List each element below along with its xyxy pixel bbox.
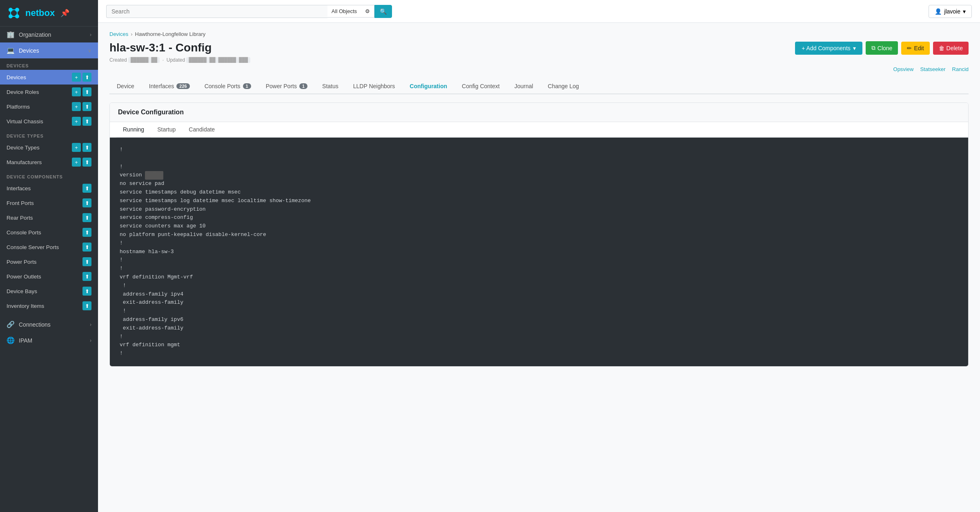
- sidebar-item-device-bays[interactable]: Device Bays ⬆: [0, 284, 98, 298]
- page-external-links: Opsview Statseeker Rancid: [109, 66, 969, 72]
- device-roles-label: Device Roles: [7, 89, 39, 95]
- front-ports-import-btn[interactable]: ⬆: [82, 198, 91, 207]
- breadcrumb-sep-1: ›: [131, 31, 132, 37]
- rear-ports-import-btn[interactable]: ⬆: [82, 213, 91, 222]
- page-title: hla-sw-3:1 - Config: [109, 41, 212, 54]
- opsview-link[interactable]: Opsview: [893, 66, 914, 72]
- tabs-bar: Device Interfaces 226 Console Ports 1 Po…: [109, 79, 969, 94]
- device-types-add-btn[interactable]: +: [72, 143, 81, 152]
- devices-item-label: Devices: [7, 74, 26, 80]
- virtual-chassis-import-btn[interactable]: ⬆: [82, 117, 91, 126]
- tab-status[interactable]: Status: [315, 79, 346, 94]
- config-card-header: Device Configuration: [110, 103, 968, 122]
- device-bays-import-btn[interactable]: ⬆: [82, 287, 91, 296]
- sidebar-logo-text: netbox: [25, 8, 55, 18]
- tab-device[interactable]: Device: [109, 79, 142, 94]
- sidebar-item-organization[interactable]: 🏢 Organization ›: [0, 27, 98, 42]
- device-roles-import-btn[interactable]: ⬆: [82, 87, 91, 96]
- sidebar-item-rear-ports[interactable]: Rear Ports ⬆: [0, 210, 98, 225]
- sidebar-item-power-outlets[interactable]: Power Outlets ⬆: [0, 269, 98, 284]
- ipam-label: IPAM: [19, 337, 32, 344]
- devices-nav-label: Devices: [19, 47, 39, 54]
- virtual-chassis-add-btn[interactable]: +: [72, 117, 81, 126]
- devices-import-btn[interactable]: ⬆: [82, 73, 91, 82]
- sidebar-item-power-ports[interactable]: Power Ports ⬆: [0, 254, 98, 269]
- config-tab-candidate[interactable]: Candidate: [182, 122, 221, 138]
- config-tab-running[interactable]: Running: [116, 122, 151, 138]
- netbox-logo-icon: [7, 6, 21, 20]
- user-icon: 👤: [935, 8, 942, 15]
- tab-power-ports[interactable]: Power Ports 1: [258, 79, 315, 94]
- tab-journal[interactable]: Journal: [507, 79, 541, 94]
- add-components-button[interactable]: + Add Components ▾: [795, 42, 862, 55]
- tab-config-context[interactable]: Config Context: [454, 79, 507, 94]
- manufacturers-label: Manufacturers: [7, 159, 42, 165]
- search-input[interactable]: [106, 5, 327, 18]
- tab-device-label: Device: [117, 83, 134, 89]
- tab-interfaces[interactable]: Interfaces 226: [142, 79, 197, 94]
- search-filter-button[interactable]: All Objects: [327, 5, 361, 18]
- tab-power-ports-label: Power Ports: [266, 83, 297, 89]
- sidebar-pin-icon: 📌: [60, 9, 69, 18]
- clone-button[interactable]: ⧉ Clone: [866, 41, 898, 55]
- config-tab-startup[interactable]: Startup: [151, 122, 182, 138]
- organization-chevron-icon: ›: [90, 32, 91, 38]
- updated-value: ██████ ██ ██████ ███: [186, 57, 250, 63]
- topbar: All Objects ⚙ 🔍 👤 jlavoie ▾: [98, 0, 980, 23]
- device-types-section-label: DEVICE TYPES: [0, 129, 98, 140]
- inventory-items-import-btn[interactable]: ⬆: [82, 301, 91, 310]
- sidebar-item-device-roles[interactable]: Device Roles + ⬆: [0, 85, 98, 99]
- device-roles-add-btn[interactable]: +: [72, 87, 81, 96]
- breadcrumb-devices-link[interactable]: Devices: [109, 31, 128, 37]
- tab-console-ports[interactable]: Console Ports 1: [197, 79, 258, 94]
- tab-configuration[interactable]: Configuration: [402, 79, 454, 94]
- tab-change-log-label: Change Log: [548, 83, 579, 89]
- sidebar-item-devices[interactable]: Devices + ⬆: [0, 70, 98, 85]
- sidebar-item-device-types[interactable]: Device Types + ⬆: [0, 140, 98, 155]
- sidebar-item-ipam[interactable]: 🌐 IPAM ›: [0, 332, 98, 348]
- main-content: All Objects ⚙ 🔍 👤 jlavoie ▾ Devices › Ha…: [98, 0, 980, 512]
- devices-nav-icon: 💻: [7, 47, 15, 54]
- sidebar-item-interfaces[interactable]: Interfaces ⬆: [0, 181, 98, 196]
- sidebar-item-connections[interactable]: 🔗 Connections ›: [0, 316, 98, 332]
- search-go-button[interactable]: 🔍: [374, 5, 392, 18]
- delete-button[interactable]: 🗑 Delete: [933, 42, 969, 55]
- devices-add-btn[interactable]: +: [72, 73, 81, 82]
- sidebar-item-virtual-chassis[interactable]: Virtual Chassis + ⬆: [0, 114, 98, 129]
- page-header: hla-sw-3:1 - Config + Add Components ▾ ⧉…: [109, 41, 969, 55]
- rancid-link[interactable]: Rancid: [952, 66, 969, 72]
- statseeker-link[interactable]: Statseeker: [920, 66, 945, 72]
- manufacturers-add-btn[interactable]: +: [72, 158, 81, 167]
- power-outlets-label: Power Outlets: [7, 274, 41, 280]
- sidebar-item-platforms[interactable]: Platforms + ⬆: [0, 99, 98, 114]
- device-types-import-btn[interactable]: ⬆: [82, 143, 91, 152]
- sidebar-item-inventory-items[interactable]: Inventory Items ⬆: [0, 298, 98, 313]
- delete-label: Delete: [947, 45, 963, 51]
- page-actions: + Add Components ▾ ⧉ Clone ✏ Edit 🗑 Dele…: [795, 41, 969, 55]
- search-funnel-icon[interactable]: ⚙: [361, 5, 374, 18]
- power-outlets-import-btn[interactable]: ⬆: [82, 272, 91, 281]
- interfaces-import-btn[interactable]: ⬆: [82, 184, 91, 193]
- user-menu-button[interactable]: 👤 jlavoie ▾: [929, 5, 972, 18]
- power-ports-label: Power Ports: [7, 259, 37, 265]
- breadcrumb-library-link: Hawthorne-Longfellow Library: [135, 31, 206, 37]
- connections-label: Connections: [19, 321, 51, 328]
- sidebar-item-console-ports[interactable]: Console Ports ⬆: [0, 225, 98, 240]
- console-server-ports-import-btn[interactable]: ⬆: [82, 243, 91, 252]
- manufacturers-import-btn[interactable]: ⬆: [82, 158, 91, 167]
- device-bays-label: Device Bays: [7, 288, 37, 294]
- power-ports-import-btn[interactable]: ⬆: [82, 257, 91, 266]
- platforms-import-btn[interactable]: ⬆: [82, 102, 91, 111]
- sidebar-item-devices-nav[interactable]: 💻 Devices ∨: [0, 42, 98, 58]
- search-area: All Objects ⚙ 🔍: [106, 5, 392, 18]
- platforms-add-btn[interactable]: +: [72, 102, 81, 111]
- console-ports-import-btn[interactable]: ⬆: [82, 228, 91, 237]
- tab-change-log[interactable]: Change Log: [541, 79, 586, 94]
- user-label: jlavoie: [944, 8, 960, 15]
- tab-console-ports-label: Console Ports: [205, 83, 241, 89]
- sidebar-item-console-server-ports[interactable]: Console Server Ports ⬆: [0, 240, 98, 254]
- edit-button[interactable]: ✏ Edit: [901, 42, 929, 55]
- tab-lldp-neighbors[interactable]: LLDP Neighbors: [346, 79, 402, 94]
- sidebar-item-manufacturers[interactable]: Manufacturers + ⬆: [0, 155, 98, 169]
- sidebar-item-front-ports[interactable]: Front Ports ⬆: [0, 196, 98, 210]
